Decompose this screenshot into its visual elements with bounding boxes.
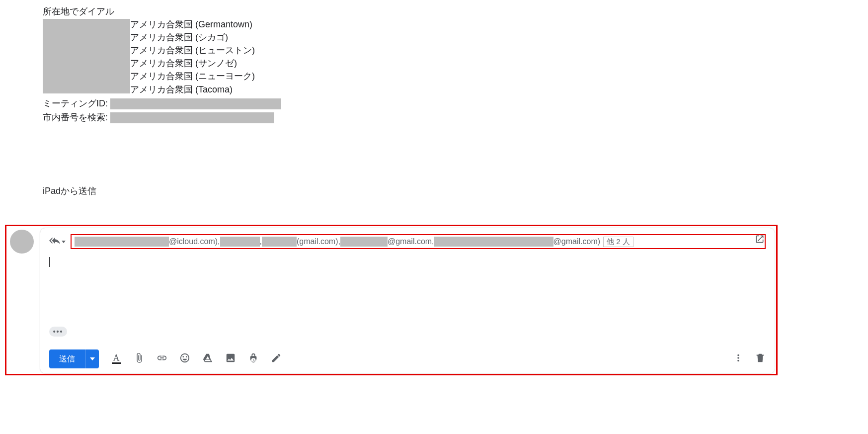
photo-icon: [225, 352, 236, 365]
popout-button[interactable]: [755, 234, 766, 245]
chevron-down-icon: [62, 241, 66, 243]
insert-drive-button[interactable]: [202, 353, 213, 364]
reply-all-icon: [49, 235, 60, 248]
redacted-block: [110, 112, 274, 123]
redacted-block: [43, 19, 130, 93]
lock-clock-icon: [248, 352, 259, 365]
dial-heading: 所在地でダイアル: [43, 5, 868, 18]
redacted-block: [75, 237, 169, 247]
recipients-overflow-badge[interactable]: 他 2 人: [603, 237, 633, 247]
find-local-row: 市内番号を検索:: [43, 111, 868, 124]
compose-card: @icloud.com), , (gmail.com), @gmail.com,…: [40, 228, 775, 373]
pen-icon: [271, 352, 282, 365]
show-trimmed-content-button[interactable]: •••: [49, 327, 67, 337]
avatar: [10, 230, 34, 254]
more-options-button[interactable]: [733, 353, 744, 364]
text-cursor: [49, 257, 50, 267]
more-vert-icon: [733, 352, 744, 365]
insert-emoji-button[interactable]: [179, 353, 190, 364]
send-options-button[interactable]: [85, 349, 99, 368]
redacted-block: [340, 237, 388, 247]
compose-toolbar: 送信 A: [49, 349, 766, 368]
discard-draft-button[interactable]: [755, 353, 766, 364]
location-item: アメリカ合衆国 (Germantown): [130, 18, 255, 31]
recipient-fragment: @icloud.com),: [169, 237, 220, 246]
recipients-field[interactable]: @icloud.com), , (gmail.com), @gmail.com,…: [71, 234, 766, 249]
location-item: アメリカ合衆国 (サンノゼ): [130, 57, 255, 70]
recipient-fragment: @gmail.com,: [388, 237, 434, 246]
compose-editor[interactable]: [49, 257, 766, 307]
redacted-block: [262, 237, 297, 247]
format-text-icon: A: [111, 354, 122, 364]
popout-icon: [755, 237, 765, 246]
recipient-fragment: @gmail.com): [553, 237, 600, 246]
attach-file-button[interactable]: [134, 353, 145, 364]
compose-reply-panel: @icloud.com), , (gmail.com), @gmail.com,…: [5, 225, 778, 375]
location-item: アメリカ合衆国 (Tacoma): [130, 83, 255, 96]
reply-type-button[interactable]: [49, 235, 66, 248]
emoji-icon: [179, 352, 190, 365]
meeting-id-label: ミーティングID:: [43, 98, 108, 108]
ellipsis-icon: •••: [53, 328, 64, 336]
insert-photo-button[interactable]: [225, 353, 236, 364]
paperclip-icon: [134, 352, 145, 365]
location-item: アメリカ合衆国 (ニューヨーク): [130, 70, 255, 83]
send-button-label: 送信: [59, 354, 75, 364]
insert-link-button[interactable]: [157, 353, 167, 364]
location-item: アメリカ合衆国 (シカゴ): [130, 31, 255, 44]
find-local-label: 市内番号を検索:: [43, 112, 108, 122]
redacted-block: [434, 237, 553, 247]
location-item: アメリカ合衆国 (ヒューストン): [130, 44, 255, 57]
redacted-block: [220, 237, 260, 247]
redacted-block: [110, 98, 281, 109]
send-button[interactable]: 送信: [49, 349, 85, 368]
meeting-id-row: ミーティングID:: [43, 97, 868, 110]
sent-from-signature: iPadから送信: [43, 184, 868, 197]
trash-icon: [755, 352, 766, 365]
chevron-down-icon: [90, 357, 95, 360]
send-button-group: 送信: [49, 349, 99, 368]
link-icon: [157, 352, 167, 365]
quoted-email-body: 所在地でダイアル アメリカ合衆国 (Germantown) アメリカ合衆国 (シ…: [0, 0, 868, 197]
formatting-button[interactable]: A: [111, 353, 122, 364]
confidential-mode-button[interactable]: [248, 353, 259, 364]
drive-icon: [202, 352, 213, 365]
recipient-fragment: (gmail.com),: [297, 237, 340, 246]
insert-signature-button[interactable]: [271, 353, 282, 364]
